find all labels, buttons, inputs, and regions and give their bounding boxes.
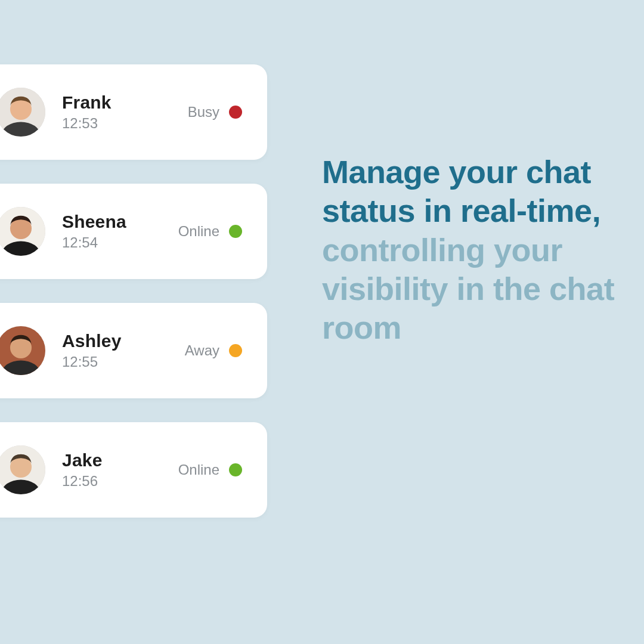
avatar <box>0 88 45 137</box>
headline-primary: Manage your chat status in real-time, <box>322 154 600 228</box>
user-time: 12:55 <box>62 354 185 370</box>
status-dot-icon <box>229 463 242 476</box>
user-card[interactable]: Ashley 12:55 Away <box>0 303 267 398</box>
status-dot-icon <box>229 106 242 119</box>
user-info: Jake 12:56 <box>62 450 178 490</box>
user-time: 12:56 <box>62 473 178 490</box>
user-info: Frank 12:53 <box>62 92 188 132</box>
user-card[interactable]: Jake 12:56 Online <box>0 422 267 518</box>
user-name: Frank <box>62 92 188 113</box>
user-time: 12:54 <box>62 234 178 251</box>
status: Online <box>178 462 242 478</box>
avatar <box>0 207 45 256</box>
status-label: Online <box>178 462 219 478</box>
user-info: Ashley 12:55 <box>62 331 185 370</box>
status: Away <box>185 342 242 359</box>
status-dot-icon <box>229 344 242 357</box>
user-name: Sheena <box>62 212 178 232</box>
user-name: Jake <box>62 450 178 470</box>
status-label: Busy <box>188 104 219 120</box>
status: Online <box>178 223 242 240</box>
user-card[interactable]: Frank 12:53 Busy <box>0 64 267 160</box>
headline-secondary: controlling your visibility in the chat … <box>322 232 614 346</box>
status: Busy <box>188 104 242 120</box>
user-info: Sheena 12:54 <box>62 212 178 251</box>
avatar <box>0 445 45 494</box>
status-label: Away <box>185 342 219 359</box>
status-dot-icon <box>229 225 242 238</box>
status-label: Online <box>178 223 219 240</box>
avatar <box>0 326 45 375</box>
user-name: Ashley <box>62 331 185 351</box>
headline: Manage your chat status in real-time, co… <box>322 153 620 348</box>
user-card[interactable]: Sheena 12:54 Online <box>0 184 267 279</box>
user-time: 12:53 <box>62 115 188 132</box>
user-card-list: Frank 12:53 Busy Sheena 12:54 Online Ash <box>0 64 267 518</box>
